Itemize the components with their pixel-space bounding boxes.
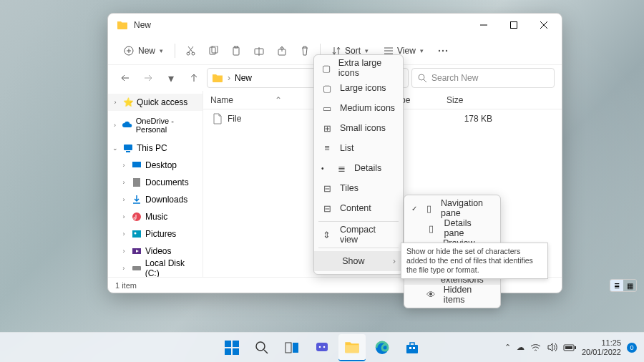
svg-rect-15 bbox=[126, 151, 130, 152]
sidebar-item-this-pc[interactable]: ⌄This PC bbox=[108, 140, 203, 157]
up-button[interactable] bbox=[184, 68, 204, 88]
tooltip: Show or hide the set of characters added… bbox=[401, 243, 548, 279]
menu-sm-icons[interactable]: ⊞Small icons bbox=[314, 118, 403, 138]
onedrive-icon[interactable]: ☁ bbox=[517, 343, 525, 352]
grid-icon: ▭ bbox=[321, 103, 333, 114]
minimize-button[interactable] bbox=[469, 15, 499, 35]
forward-button[interactable] bbox=[138, 68, 158, 88]
battery-icon[interactable] bbox=[563, 343, 576, 352]
date: 20/01/2022 bbox=[582, 348, 621, 357]
pictures-icon bbox=[131, 228, 142, 240]
menu-show[interactable]: Show› bbox=[314, 251, 403, 271]
svg-rect-39 bbox=[413, 347, 415, 349]
details-view-icon[interactable]: ≣ bbox=[610, 280, 623, 291]
copy-button[interactable] bbox=[203, 40, 224, 62]
search-input[interactable]: Search New bbox=[411, 68, 555, 88]
chevron-down-icon: ▾ bbox=[168, 72, 174, 85]
ellipsis-icon bbox=[438, 49, 448, 52]
menu-nav-pane[interactable]: ✓▯Navigation pane bbox=[404, 198, 500, 218]
sidebar-item-onedrive[interactable]: ›OneDrive - Personal bbox=[108, 117, 203, 134]
menu-content[interactable]: ⊟Content bbox=[314, 198, 403, 218]
disk-icon bbox=[131, 263, 142, 274]
plus-circle-icon bbox=[124, 46, 134, 56]
svg-rect-19 bbox=[132, 230, 141, 238]
col-size[interactable]: Size bbox=[439, 95, 482, 105]
sidebar-item-desktop[interactable]: ›Desktop bbox=[108, 157, 203, 174]
menu-hidden[interactable]: 👁Hidden items bbox=[404, 285, 500, 305]
task-view-button[interactable] bbox=[278, 334, 306, 361]
svg-point-18 bbox=[132, 212, 141, 221]
svg-rect-17 bbox=[133, 178, 140, 187]
videos-icon bbox=[131, 245, 142, 257]
menu-list[interactable]: ≡List bbox=[314, 138, 403, 158]
compact-icon: ⇕ bbox=[321, 230, 333, 240]
menu-lg-icons[interactable]: ▢Large icons bbox=[314, 78, 403, 98]
grid-icon: ▢ bbox=[321, 83, 333, 94]
music-icon bbox=[131, 211, 142, 222]
edge-button[interactable] bbox=[369, 334, 396, 361]
paste-button[interactable] bbox=[225, 40, 247, 62]
cut-button[interactable] bbox=[180, 40, 201, 62]
svg-rect-42 bbox=[565, 346, 572, 349]
tiles-icon: ⊟ bbox=[321, 183, 333, 194]
explorer-button[interactable] bbox=[338, 334, 366, 361]
pane-icon: ▯ bbox=[426, 223, 437, 234]
close-button[interactable] bbox=[529, 15, 559, 35]
eye-icon: 👁 bbox=[426, 290, 436, 300]
address-text: New bbox=[235, 73, 252, 83]
svg-point-13 bbox=[419, 74, 424, 80]
menu-details-pane[interactable]: ▯Details pane bbox=[404, 218, 500, 238]
start-button[interactable] bbox=[218, 334, 245, 361]
titlebar[interactable]: New bbox=[108, 14, 562, 36]
delete-button[interactable] bbox=[294, 40, 316, 62]
search-placeholder: Search New bbox=[431, 73, 478, 83]
share-icon bbox=[277, 46, 287, 56]
pane-icon: ▯ bbox=[424, 203, 434, 214]
volume-icon[interactable] bbox=[547, 342, 557, 353]
sidebar-item-quick-access[interactable]: ›⭐Quick access bbox=[108, 94, 203, 111]
maximize-button[interactable] bbox=[499, 15, 529, 35]
svg-rect-6 bbox=[233, 47, 239, 55]
tray-chevron-icon[interactable]: ⌃ bbox=[504, 343, 511, 352]
sidebar-item-documents[interactable]: ›Documents bbox=[108, 174, 203, 191]
store-button[interactable] bbox=[399, 334, 426, 361]
search-button[interactable] bbox=[248, 334, 275, 361]
back-button[interactable] bbox=[115, 68, 135, 88]
svg-rect-22 bbox=[132, 266, 141, 270]
thumbnails-view-icon[interactable]: ▦ bbox=[623, 280, 636, 291]
menu-tiles[interactable]: ⊟Tiles bbox=[314, 178, 403, 198]
grid-icon: ▢ bbox=[321, 63, 331, 74]
folder-icon bbox=[212, 72, 223, 84]
svg-rect-35 bbox=[345, 345, 358, 353]
recent-button[interactable]: ▾ bbox=[161, 68, 181, 88]
wifi-icon[interactable] bbox=[530, 342, 541, 353]
view-toggle[interactable]: ≣ ▦ bbox=[610, 279, 637, 292]
rename-button[interactable] bbox=[248, 40, 270, 62]
clock[interactable]: 11:25 20/01/2022 bbox=[582, 338, 621, 356]
new-button[interactable]: New▾ bbox=[117, 40, 170, 62]
folder-icon bbox=[117, 19, 128, 31]
navigation-pane: ›⭐Quick access ›OneDrive - Personal ⌄Thi… bbox=[108, 91, 203, 277]
notifications-icon[interactable]: 0 bbox=[627, 343, 637, 353]
sidebar-item-pictures[interactable]: ›Pictures bbox=[108, 225, 203, 243]
menu-xl-icons[interactable]: ▢Extra large icons bbox=[314, 58, 403, 78]
svg-rect-25 bbox=[225, 341, 231, 347]
system-tray[interactable]: ⌃ ☁ 11:25 20/01/2022 0 bbox=[504, 338, 644, 356]
svg-rect-26 bbox=[233, 341, 239, 347]
svg-point-11 bbox=[442, 49, 444, 51]
pc-icon bbox=[122, 142, 134, 154]
sidebar-item-music[interactable]: ›Music bbox=[108, 208, 203, 225]
sidebar-item-videos[interactable]: ›Videos bbox=[108, 243, 203, 260]
chat-button[interactable] bbox=[308, 334, 336, 361]
sidebar-item-disk-c[interactable]: ›Local Disk (C:) bbox=[108, 260, 203, 277]
menu-details[interactable]: •≣Details bbox=[314, 158, 403, 178]
search-icon bbox=[255, 341, 269, 355]
svg-rect-31 bbox=[293, 343, 298, 353]
menu-compact[interactable]: ⇕Compact view bbox=[314, 225, 403, 245]
sidebar-item-downloads[interactable]: ›Downloads bbox=[108, 191, 203, 208]
share-button[interactable] bbox=[271, 40, 293, 62]
col-name[interactable]: Name bbox=[203, 95, 268, 105]
menu-md-icons[interactable]: ▭Medium icons bbox=[314, 98, 403, 118]
more-button[interactable] bbox=[432, 40, 454, 62]
list-icon: ≡ bbox=[321, 143, 333, 153]
